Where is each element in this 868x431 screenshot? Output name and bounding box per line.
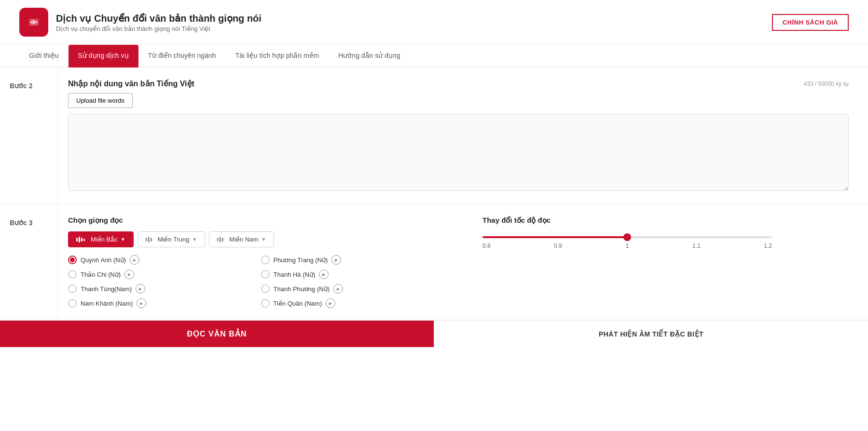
- step2-row: Bước 2 Nhập nội dung văn bản Tiếng Việt …: [0, 67, 868, 204]
- voice-option-quynhanh[interactable]: Quỳnh Anh (Nữ) ▶: [68, 255, 242, 265]
- bottom-bar: ĐỌC VĂN BẢN PHÁT HIỆN ÂM TIẾT ĐẶC BIỆT: [0, 320, 868, 347]
- text-input[interactable]: [68, 114, 849, 191]
- header-left: Dịch vụ Chuyển đổi văn bản thành giọng n…: [19, 8, 262, 37]
- play-tienquan[interactable]: ▶: [326, 298, 335, 308]
- play-thaochi[interactable]: ▶: [124, 269, 134, 279]
- region-tabs: Miền Bắc ▼ Miền Trung ▼: [68, 231, 434, 247]
- chevron-central-icon: ▼: [192, 237, 197, 242]
- step2-label: Bước 2: [0, 67, 58, 204]
- region-north-label: Miền Bắc: [91, 236, 118, 243]
- detect-button[interactable]: PHÁT HIỆN ÂM TIẾT ĐẶC BIỆT: [434, 321, 868, 347]
- play-namkhanh[interactable]: ▶: [137, 298, 146, 308]
- voice-option-thanhphuong[interactable]: Thanh Phương (Nữ) ▶: [261, 284, 435, 294]
- play-thanhtung[interactable]: ▶: [136, 284, 145, 294]
- speed-section: Thay đổi tốc độ đọc 0.8 0.9 1 1.1 1.2: [454, 216, 849, 308]
- speed-labels: 0.8 0.9 1 1.1 1.2: [482, 242, 772, 249]
- chevron-south-icon: ▼: [261, 237, 266, 242]
- voice-option-thanhtung[interactable]: Thanh Tùng(Nam) ▶: [68, 284, 242, 294]
- pricing-button[interactable]: CHÍNH SÁCH GIÁ: [772, 14, 849, 31]
- voice-name-thanhha: Thanh Hà (Nữ): [274, 271, 316, 278]
- steps-wrapper: Bước 2 Nhập nội dung văn bản Tiếng Việt …: [0, 67, 868, 347]
- logo: [19, 8, 48, 37]
- play-quynhanh[interactable]: ▶: [130, 255, 139, 265]
- region-tab-south[interactable]: Miền Nam ▼: [209, 231, 274, 247]
- tab-introduction[interactable]: Giới thiệu: [19, 45, 69, 67]
- header-title: Dịch vụ Chuyển đổi văn bản thành giọng n…: [56, 13, 262, 32]
- step3-row: Bước 3 Chọn giọng đọc: [0, 204, 868, 320]
- voice-title: Chọn giọng đọc: [68, 216, 434, 225]
- voice-name-quynhanh: Quỳnh Anh (Nữ): [81, 256, 126, 264]
- app-title: Dịch vụ Chuyển đổi văn bản thành giọng n…: [56, 13, 262, 24]
- tab-guide[interactable]: Hướng dẫn sử dụng: [329, 45, 410, 67]
- step3-content: Chọn giọng đọc Miền Bắc ▼: [58, 204, 868, 320]
- step2-title: Nhập nội dung văn bản Tiếng Việt: [68, 79, 194, 88]
- tab-service[interactable]: Sử dụng dịch vụ: [69, 45, 138, 67]
- region-central-label: Miền Trung: [158, 236, 190, 243]
- voice-name-phuongtrang: Phương Trang (Nữ): [274, 256, 328, 264]
- nav-tabs: Giới thiệu Sử dụng dịch vụ Từ điển chuyê…: [0, 45, 868, 67]
- voice-section: Chọn giọng đọc Miền Bắc ▼: [68, 216, 434, 308]
- voice-name-thaochi: Thảo Chi (Nữ): [81, 271, 121, 278]
- speed-slider-container: 0.8 0.9 1 1.1 1.2: [482, 231, 849, 249]
- speed-label-11: 1.1: [692, 242, 701, 249]
- region-tab-north[interactable]: Miền Bắc ▼: [68, 231, 134, 247]
- tab-docs[interactable]: Tài liệu tích hợp phần mềm: [226, 45, 329, 67]
- radio-thanhphuong: [261, 284, 270, 293]
- waveform-icon-north: [76, 236, 88, 243]
- text-area-wrapper: [68, 114, 849, 192]
- app-subtitle: Dịch vụ chuyển đổi văn bản thành giọng n…: [56, 25, 262, 32]
- radio-phuongtrang: [261, 256, 270, 264]
- waveform-icon-central: [146, 236, 155, 243]
- play-phuongtrang[interactable]: ▶: [331, 255, 341, 265]
- header: Dịch vụ Chuyển đổi văn bản thành giọng n…: [0, 0, 868, 45]
- step3-label: Bước 3: [0, 204, 58, 320]
- radio-namkhanh: [68, 299, 77, 308]
- play-thanhphuong[interactable]: ▶: [333, 284, 343, 294]
- voice-option-namkhanh[interactable]: Nam Khánh (Nam) ▶: [68, 298, 242, 308]
- tab-dictionary[interactable]: Từ điển chuyên ngành: [138, 45, 226, 67]
- step2-content: Nhập nội dung văn bản Tiếng Việt 433 / 5…: [58, 67, 868, 204]
- char-count: 433 / 50000 ký tự: [804, 81, 849, 87]
- upload-file-button[interactable]: Upload file words: [68, 93, 133, 108]
- svg-rect-5: [35, 21, 36, 24]
- waveform-icon-south: [217, 236, 226, 243]
- voice-name-tienquan: Tiến Quân (Nam): [274, 300, 322, 307]
- voice-name-namkhanh: Nam Khánh (Nam): [81, 300, 133, 307]
- chevron-north-icon: ▼: [121, 237, 125, 242]
- region-tab-central[interactable]: Miền Trung ▼: [138, 231, 206, 247]
- radio-thaochi: [68, 270, 77, 279]
- voice-option-tienquan[interactable]: Tiến Quân (Nam) ▶: [261, 298, 435, 308]
- voice-option-phuongtrang[interactable]: Phương Trang (Nữ) ▶: [261, 255, 435, 265]
- voice-option-thaochi[interactable]: Thảo Chi (Nữ) ▶: [68, 269, 242, 279]
- speed-label-12: 1.2: [764, 242, 772, 249]
- radio-quynhanh: [68, 256, 77, 264]
- speed-slider[interactable]: [482, 236, 772, 238]
- speed-label-08: 0.8: [482, 242, 491, 249]
- radio-thanhtung: [68, 284, 77, 293]
- speed-title: Thay đổi tốc độ đọc: [482, 216, 849, 225]
- read-button[interactable]: ĐỌC VĂN BẢN: [0, 321, 434, 347]
- voice-name-thanhphuong: Thanh Phương (Nữ): [274, 285, 330, 293]
- voice-grid: Quỳnh Anh (Nữ) ▶ Phương Trang (Nữ) ▶ Thả…: [68, 255, 434, 308]
- svg-rect-3: [31, 21, 32, 24]
- play-thanhha[interactable]: ▶: [319, 269, 329, 279]
- region-south-label: Miền Nam: [229, 236, 258, 243]
- svg-rect-6: [36, 22, 37, 23]
- radio-thanhha: [261, 270, 270, 279]
- speed-label-1: 1: [626, 242, 629, 249]
- voice-option-thanhha[interactable]: Thanh Hà (Nữ) ▶: [261, 269, 435, 279]
- speed-label-09: 0.9: [554, 242, 562, 249]
- radio-tienquan: [261, 299, 270, 308]
- voice-name-thanhtung: Thanh Tùng(Nam): [81, 285, 132, 293]
- svg-rect-4: [33, 20, 34, 25]
